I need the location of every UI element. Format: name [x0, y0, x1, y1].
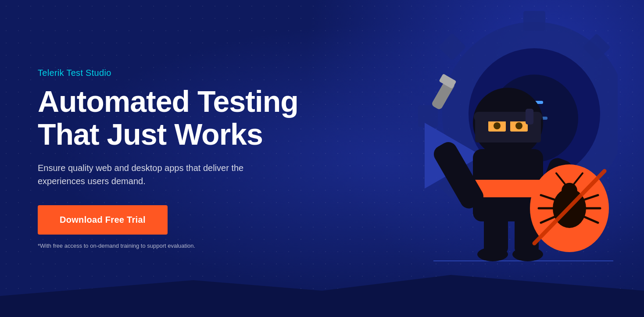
svg-rect-1 — [523, 11, 545, 31]
ninja-illustration — [398, 0, 618, 298]
disclaimer-text: *With free access to on-demand training … — [38, 242, 298, 249]
svg-point-23 — [512, 247, 543, 261]
download-trial-button[interactable]: Download Free Trial — [38, 205, 168, 235]
svg-rect-3 — [418, 105, 438, 127]
hero-title: Automated Testing That Just Works — [38, 85, 298, 151]
brand-name: Telerik Test Studio — [38, 68, 298, 78]
hero-title-line2: That Just Works — [38, 118, 263, 151]
svg-point-41 — [562, 183, 577, 199]
hero-section: Telerik Test Studio Automated Testing Th… — [0, 0, 644, 317]
svg-rect-38 — [526, 109, 533, 125]
svg-point-36 — [515, 122, 522, 129]
hero-subtitle: Ensure quality web and desktop apps that… — [38, 161, 275, 188]
svg-point-22 — [477, 247, 508, 261]
hero-content: Telerik Test Studio Automated Testing Th… — [0, 68, 298, 249]
svg-rect-5 — [438, 33, 466, 61]
svg-point-35 — [494, 122, 501, 129]
hero-illustration — [302, 0, 644, 317]
hero-title-line1: Automated Testing — [38, 85, 298, 118]
